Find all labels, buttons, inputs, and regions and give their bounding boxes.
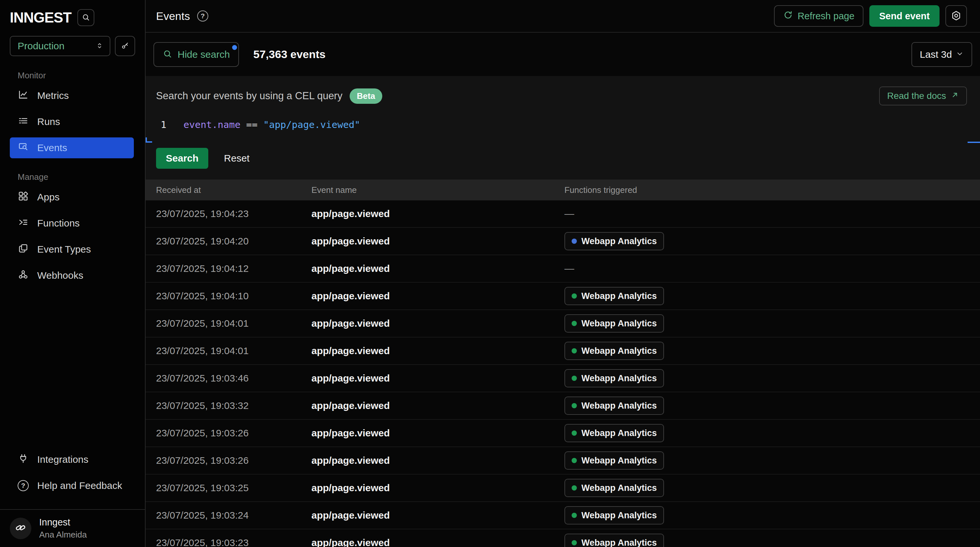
function-badge[interactable]: Webapp Analytics	[565, 314, 664, 332]
function-badge[interactable]: Webapp Analytics	[565, 342, 664, 360]
function-badge[interactable]: Webapp Analytics	[565, 369, 664, 387]
hide-search-button[interactable]: Hide search	[153, 42, 239, 67]
event-name-cell: app/page.viewed	[312, 428, 565, 439]
main-content: Events ? Refresh page Send event	[146, 0, 980, 547]
sidebar-item-help-and-feedback[interactable]: ? Help and Feedback	[10, 475, 134, 496]
refresh-page-button[interactable]: Refresh page	[774, 5, 864, 27]
functions-cell: Webapp Analytics	[565, 506, 980, 525]
sidebar: INNGEST Production Monitor	[0, 0, 146, 547]
functions-cell: Webapp Analytics	[565, 534, 980, 547]
code-operator-token: ==	[240, 119, 263, 130]
environment-selector[interactable]: Production	[10, 36, 110, 56]
table-row[interactable]: 23/07/2025, 19:04:20 app/page.viewed Web…	[146, 228, 980, 255]
hide-search-label: Hide search	[178, 49, 230, 60]
reset-button[interactable]: Reset	[224, 153, 250, 164]
sidebar-item-webhooks[interactable]: Webhooks	[10, 265, 134, 286]
profile-user: Ana Almeida	[39, 530, 87, 540]
events-toolbar: Hide search 57,363 events Last 3d	[146, 33, 980, 76]
function-name: Webapp Analytics	[581, 291, 657, 301]
editor-focus-corner-right	[967, 142, 980, 143]
environment-name: Production	[18, 40, 64, 52]
account-menu[interactable]: Inngest Ana Almeida	[0, 509, 145, 547]
table-row[interactable]: 23/07/2025, 19:03:23 app/page.viewed Web…	[146, 530, 980, 547]
page-title: Events	[156, 10, 190, 22]
received-at-cell: 23/07/2025, 19:04:01	[146, 318, 312, 329]
sidebar-item-event-types[interactable]: Event Types	[10, 239, 134, 260]
function-badge[interactable]: Webapp Analytics	[565, 232, 664, 250]
column-header-received-at: Received at	[146, 185, 312, 195]
no-functions-dash: —	[565, 263, 574, 274]
sidebar-item-metrics[interactable]: Metrics	[10, 85, 134, 106]
functions-cell: Webapp Analytics	[565, 479, 980, 497]
received-at-cell: 23/07/2025, 19:04:20	[146, 235, 312, 247]
sidebar-item-apps[interactable]: Apps	[10, 187, 134, 208]
event-name-cell: app/page.viewed	[312, 482, 565, 493]
function-status-dot	[572, 513, 577, 518]
function-name: Webapp Analytics	[581, 428, 657, 438]
sidebar-item-runs[interactable]: Runs	[10, 111, 134, 132]
table-row[interactable]: 23/07/2025, 19:03:26 app/page.viewed Web…	[146, 420, 980, 447]
table-row[interactable]: 23/07/2025, 19:03:26 app/page.viewed Web…	[146, 447, 980, 475]
sidebar-item-label: Events	[37, 142, 67, 153]
read-the-docs-button[interactable]: Read the docs	[879, 86, 967, 105]
settings-button[interactable]	[945, 5, 967, 27]
time-range-selector[interactable]: Last 3d	[912, 42, 972, 67]
function-badge[interactable]: Webapp Analytics	[565, 452, 664, 470]
search-button[interactable]: Search	[156, 148, 208, 169]
inngest-logo-icon	[14, 521, 27, 536]
functions-cell: Webapp Analytics	[565, 342, 980, 360]
function-name: Webapp Analytics	[581, 456, 657, 466]
sidebar-logo-row: INNGEST	[0, 0, 145, 26]
global-search-button[interactable]	[77, 9, 94, 26]
send-event-button[interactable]: Send event	[869, 5, 940, 27]
sidebar-item-functions[interactable]: Functions	[10, 213, 134, 234]
received-at-cell: 23/07/2025, 19:03:26	[146, 455, 312, 466]
column-header-event-name: Event name	[312, 185, 565, 195]
function-badge[interactable]: Webapp Analytics	[565, 424, 664, 442]
function-status-dot	[572, 239, 577, 244]
table-row[interactable]: 23/07/2025, 19:04:12 app/page.viewed —	[146, 255, 980, 283]
function-status-dot	[572, 293, 577, 299]
function-name: Webapp Analytics	[581, 346, 657, 356]
sidebar-item-events[interactable]: Events	[10, 137, 134, 158]
table-row[interactable]: 23/07/2025, 19:04:01 app/page.viewed Web…	[146, 310, 980, 337]
table-header-row: Received at Event name Functions trigger…	[146, 180, 980, 200]
function-status-dot	[572, 458, 577, 463]
runs-list-icon	[18, 115, 29, 129]
received-at-cell: 23/07/2025, 19:04:01	[146, 345, 312, 356]
function-badge[interactable]: Webapp Analytics	[565, 506, 664, 525]
table-row[interactable]: 23/07/2025, 19:03:46 app/page.viewed Web…	[146, 365, 980, 392]
sidebar-nav: Monitor Metrics Runs Events Manage	[0, 56, 145, 291]
event-keys-button[interactable]	[115, 36, 135, 56]
sidebar-item-integrations[interactable]: Integrations	[10, 449, 134, 470]
avatar	[10, 518, 31, 539]
table-row[interactable]: 23/07/2025, 19:03:25 app/page.viewed Web…	[146, 475, 980, 502]
function-badge[interactable]: Webapp Analytics	[565, 534, 664, 547]
sidebar-footer: Integrations ? Help and Feedback	[0, 449, 145, 504]
function-name: Webapp Analytics	[581, 483, 657, 493]
event-name-cell: app/page.viewed	[312, 345, 565, 356]
function-badge[interactable]: Webapp Analytics	[565, 396, 664, 415]
function-name: Webapp Analytics	[581, 538, 657, 547]
function-name: Webapp Analytics	[581, 374, 657, 383]
webhooks-icon	[18, 269, 29, 282]
page-help-icon[interactable]: ?	[197, 10, 208, 22]
table-row[interactable]: 23/07/2025, 19:04:01 app/page.viewed Web…	[146, 337, 980, 365]
table-row[interactable]: 23/07/2025, 19:04:23 app/page.viewed —	[146, 200, 980, 228]
event-name-cell: app/page.viewed	[312, 263, 565, 274]
question-mark-icon: ?	[18, 480, 29, 491]
table-row[interactable]: 23/07/2025, 19:03:32 app/page.viewed Web…	[146, 392, 980, 420]
function-name: Webapp Analytics	[581, 401, 657, 411]
event-name-cell: app/page.viewed	[312, 373, 565, 384]
query-actions: Search Reset	[156, 148, 967, 169]
event-name-cell: app/page.viewed	[312, 455, 565, 466]
cel-query-editor[interactable]: 1 event.name == "app/page.viewed"	[156, 119, 967, 139]
table-row[interactable]: 23/07/2025, 19:04:10 app/page.viewed Web…	[146, 283, 980, 310]
table-row[interactable]: 23/07/2025, 19:03:24 app/page.viewed Web…	[146, 502, 980, 530]
cel-query-code[interactable]: event.name == "app/page.viewed"	[183, 119, 360, 130]
function-badge[interactable]: Webapp Analytics	[565, 479, 664, 497]
function-badge[interactable]: Webapp Analytics	[565, 287, 664, 305]
chevron-down-icon	[956, 49, 964, 60]
code-string-token: "app/page.viewed"	[263, 119, 360, 130]
function-status-dot	[572, 403, 577, 408]
